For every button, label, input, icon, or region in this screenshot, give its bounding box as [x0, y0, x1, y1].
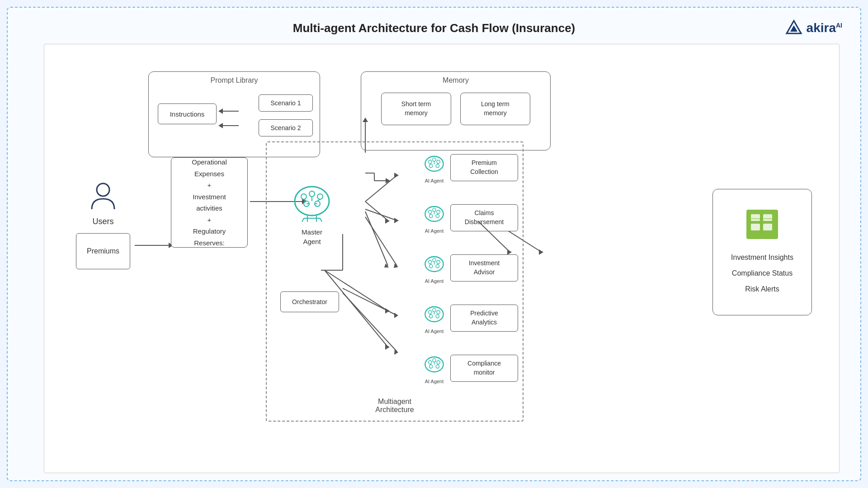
agent-brain-premium: AI Agent: [422, 151, 447, 183]
scenario2-label: Scenario 2: [271, 124, 301, 131]
instructions-box: Instructions: [158, 103, 217, 124]
agent-label-investment: AI Agent: [422, 278, 447, 284]
svg-point-76: [433, 309, 436, 312]
svg-point-48: [429, 160, 432, 163]
svg-point-69: [429, 264, 433, 267]
scenario1-box: Scenario 1: [259, 94, 313, 112]
akira-logo-icon: [785, 19, 803, 37]
users-label: Users: [76, 217, 130, 226]
svg-rect-96: [763, 224, 772, 230]
output-icon: [744, 207, 780, 241]
svg-point-49: [433, 158, 436, 161]
svg-point-86: [437, 361, 440, 364]
svg-point-52: [436, 164, 439, 167]
svg-line-45: [302, 218, 304, 222]
svg-point-66: [429, 260, 432, 263]
premium-collection-box: PremiumCollection: [450, 154, 518, 181]
svg-point-32: [301, 194, 307, 199]
ai-agents-list: AI Agent PremiumCollection: [422, 151, 518, 384]
svg-point-88: [436, 365, 439, 368]
svg-line-37: [304, 199, 307, 201]
master-agent-label: MasterAgent: [289, 227, 335, 246]
svg-rect-93: [751, 214, 760, 221]
memory-title: Memory: [368, 76, 543, 84]
memory-box: Memory Short termmemory Long termmemory: [361, 71, 551, 150]
page-title: Multi-agent Architecture for Cash Flow (…: [293, 21, 576, 35]
predictive-analytics-box: PredictiveAnalytics: [450, 305, 518, 332]
output-line2: Compliance Status: [732, 269, 793, 277]
agent-row-premium: AI Agent PremiumCollection: [422, 151, 518, 183]
operational-text: OperationalExpenses+Investmentactivities…: [192, 156, 227, 249]
svg-rect-94: [763, 214, 772, 221]
agent-label-compliance: AI Agent: [422, 379, 447, 384]
svg-point-79: [436, 314, 439, 318]
output-text: Investment Insights Compliance Status Ri…: [731, 249, 793, 297]
svg-point-85: [433, 359, 436, 362]
svg-point-33: [309, 191, 315, 197]
svg-point-87: [429, 365, 433, 368]
premiums-box: Premiums: [76, 233, 130, 269]
svg-point-77: [437, 310, 440, 314]
akira-logo: akiraAI: [785, 19, 842, 37]
user-icon: [87, 180, 119, 211]
svg-line-46: [320, 218, 322, 222]
operational-box: OperationalExpenses+Investmentactivities…: [171, 157, 248, 248]
svg-point-75: [429, 310, 432, 314]
users-section: Users Premiums: [76, 180, 130, 269]
claims-disbursement-box: ClaimsDisbursement: [450, 204, 518, 231]
svg-point-58: [433, 208, 436, 211]
multiagent-label: MultiagentArchitecture: [375, 398, 414, 414]
scenario2-box: Scenario 2: [259, 119, 313, 136]
long-term-memory: Long termmemory: [460, 93, 530, 125]
logo-sup: AI: [836, 22, 842, 29]
svg-point-84: [429, 361, 432, 364]
agent-brain-claims: AI Agent: [422, 202, 447, 234]
output-box: Investment Insights Compliance Status Ri…: [712, 189, 812, 315]
svg-point-78: [429, 314, 433, 318]
agent-brain-investment: AI Agent: [422, 252, 447, 284]
prompt-library-title: Prompt Library: [156, 76, 313, 84]
orchestrator-label: Orchestrator: [292, 298, 327, 305]
svg-line-39: [317, 199, 320, 201]
svg-point-34: [317, 194, 323, 199]
agent-label-premium: AI Agent: [422, 178, 447, 183]
agent-label-claims: AI Agent: [422, 228, 447, 234]
svg-point-57: [429, 210, 432, 213]
orchestrator-box: Orchestrator: [280, 291, 339, 312]
svg-point-59: [437, 210, 440, 213]
svg-point-70: [436, 264, 439, 267]
investment-advisor-box: InvestmentAdvisor: [450, 254, 518, 282]
svg-point-51: [429, 164, 433, 167]
logo-text: akiraAI: [807, 21, 842, 35]
svg-point-68: [437, 260, 440, 263]
agent-row-compliance: AI Agent Compliancemonitor: [422, 352, 518, 384]
scenario1-label: Scenario 1: [271, 99, 301, 107]
master-agent-brain-icon: [289, 178, 335, 224]
brain-icon-investment: [422, 252, 447, 277]
agent-row-predictive: AI Agent PredictiveAnalytics: [422, 302, 518, 334]
agent-brain-compliance: AI Agent: [422, 352, 447, 384]
agent-row-claims: AI Agent ClaimsDisbursement: [422, 202, 518, 234]
agent-brain-predictive: AI Agent: [422, 302, 447, 334]
short-term-memory: Short termmemory: [381, 93, 451, 125]
memory-items: Short termmemory Long termmemory: [368, 93, 543, 125]
compliance-monitor-box: Compliancemonitor: [450, 355, 518, 382]
agent-label-predictive: AI Agent: [422, 328, 447, 334]
svg-marker-29: [539, 249, 543, 255]
svg-point-60: [429, 214, 433, 217]
svg-point-61: [436, 214, 439, 217]
brain-icon-claims: [422, 202, 447, 226]
svg-point-67: [433, 258, 436, 262]
main-container: Users Premiums Prompt Library Instructio…: [44, 44, 840, 473]
multiagent-container: MultiagentArchitecture: [266, 141, 524, 422]
output-line1: Investment Insights: [731, 253, 793, 261]
brain-icon-predictive: [422, 302, 447, 327]
svg-point-50: [437, 160, 440, 163]
svg-rect-95: [751, 224, 760, 230]
output-line3: Risk Alerts: [745, 285, 779, 293]
instructions-label: Instructions: [170, 110, 205, 118]
brain-icon-compliance: [422, 352, 447, 377]
master-agent-section: MasterAgent: [289, 178, 335, 246]
brain-icon-premium: [422, 151, 447, 176]
agent-row-investment: AI Agent InvestmentAdvisor: [422, 252, 518, 284]
